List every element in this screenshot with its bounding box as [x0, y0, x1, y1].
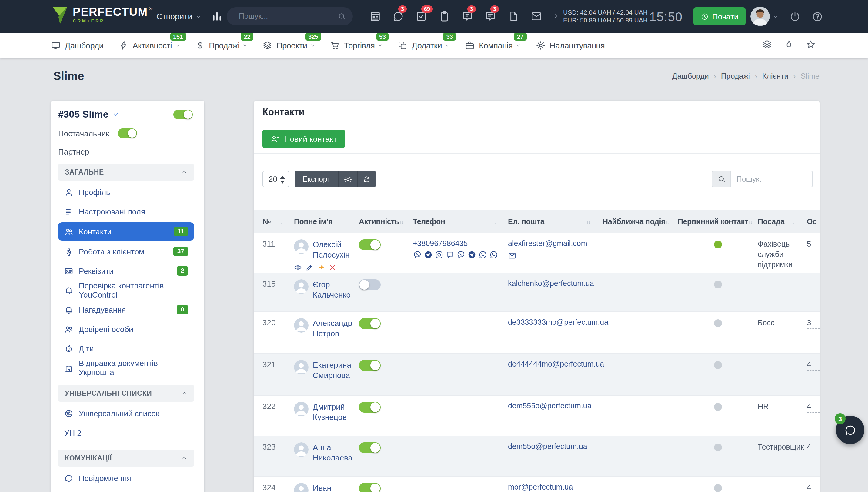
contact-name[interactable]: ЄгорКальченко: [313, 279, 351, 300]
sidebar-section-header[interactable]: ЗАГАЛЬНЕ: [58, 164, 194, 180]
contact-row[interactable]: 324Иванmor@perfectum.ua4: [254, 476, 820, 492]
extra-count[interactable]: 3: [807, 318, 820, 329]
breadcrumb-item[interactable]: Продажі: [721, 72, 750, 80]
column-header[interactable]: Первинний контакт↑↓: [678, 217, 758, 226]
new-contact-button[interactable]: Новий контакт: [262, 130, 344, 148]
contact-name[interactable]: ЕкатеринаСмирнова: [313, 360, 351, 380]
sidebar-section-header[interactable]: УНІВЕРСАЛЬНІ СПИСКИ: [58, 385, 194, 402]
chevron-down-icon[interactable]: [113, 112, 119, 118]
sidebar-item-requisites[interactable]: Реквізити2: [58, 261, 194, 280]
active-toggle[interactable]: [359, 402, 381, 413]
contact-email[interactable]: dem555o@perfectum.ua: [508, 402, 603, 410]
sidebar-item-un-2[interactable]: УН 2: [58, 423, 194, 442]
share-contact-button[interactable]: [317, 264, 325, 273]
active-toggle[interactable]: [359, 483, 381, 492]
column-header[interactable]: Ос: [807, 217, 820, 226]
messenger-telegram-button[interactable]: [424, 250, 433, 261]
contact-email[interactable]: de444444mo@perfectum.ua: [508, 360, 603, 368]
newspaper-button[interactable]: [369, 10, 381, 22]
view-contact-button[interactable]: [294, 264, 302, 273]
support-chat-button[interactable]: 3: [836, 416, 864, 444]
client-active-toggle[interactable]: [173, 110, 193, 119]
logout-power-icon[interactable]: [789, 10, 801, 22]
supplier-toggle[interactable]: [118, 128, 137, 138]
extra-count[interactable]: 5: [807, 239, 820, 250]
messenger-telegram-button[interactable]: [467, 250, 477, 261]
messenger-viber-button[interactable]: [456, 250, 465, 261]
breadcrumb-item[interactable]: Дашборди: [672, 72, 709, 80]
contact-row[interactable]: 322ДмитрийКузнецовdem555o@perfectum.uaHR…: [254, 395, 820, 436]
extra-count[interactable]: 4: [807, 483, 820, 492]
extra-count[interactable]: 4: [807, 442, 820, 453]
column-header[interactable]: Телефон↑↓: [413, 217, 508, 226]
extra-count[interactable]: 4: [807, 360, 820, 371]
contact-email[interactable]: de3333333mo@perfectum.ua: [508, 318, 603, 326]
nav-item-dashboards[interactable]: Дашборди: [51, 41, 104, 50]
sidebar-item-universal-list[interactable]: Універсальний список: [58, 403, 194, 423]
help-icon[interactable]: [812, 10, 823, 22]
messenger-sms-button[interactable]: [445, 250, 455, 261]
contact-name[interactable]: ОлексійПолосухін: [313, 239, 350, 260]
reports-chart-icon[interactable]: [212, 11, 222, 22]
messenger-viber-button[interactable]: [413, 250, 422, 261]
nav-flame-button[interactable]: [784, 39, 794, 52]
sidebar-section-header[interactable]: КОМУНІКАЦІЇ: [58, 449, 194, 467]
sidebar-item-children[interactable]: Діти: [58, 339, 194, 358]
messenger-whatsapp-button[interactable]: [489, 250, 498, 261]
sidebar-item-client-work[interactable]: Робота з клієнтом37: [58, 242, 194, 261]
user-menu[interactable]: [750, 7, 778, 26]
create-button[interactable]: Створити: [156, 0, 201, 33]
extra-count[interactable]: 4: [807, 402, 820, 413]
sidebar-item-reminders[interactable]: Нагадування0: [58, 300, 194, 319]
sidebar-item-trustees[interactable]: Довірені особи: [58, 319, 194, 339]
delete-contact-button[interactable]: [329, 264, 336, 273]
table-search-input[interactable]: [730, 171, 813, 187]
nav-item-projects[interactable]: Проекти325: [262, 41, 315, 50]
column-header[interactable]: Активність↑↓: [359, 217, 413, 226]
start-timer-button[interactable]: Почати: [694, 7, 746, 25]
nav-item-settings[interactable]: Налаштування: [535, 41, 605, 50]
contact-row[interactable]: 315ЄгорКальченкоkalchenko@perfectum.ua: [254, 273, 820, 312]
contact-name[interactable]: Иван: [313, 483, 331, 492]
contact-phone[interactable]: +380967986435: [413, 239, 508, 248]
nav-item-sales[interactable]: Продажі22: [195, 41, 247, 50]
contact-row[interactable]: 320АлександрПетровde3333333mo@perfectum.…: [254, 312, 820, 353]
breadcrumb-item[interactable]: Клієнти: [762, 72, 789, 80]
client-title[interactable]: #305 Slime: [58, 109, 108, 120]
active-toggle[interactable]: [359, 442, 381, 453]
sidebar-item-messages[interactable]: Повідомлення: [58, 468, 194, 488]
edit-contact-button[interactable]: [306, 264, 313, 273]
contact-name[interactable]: ДмитрийКузнецов: [313, 402, 347, 422]
page-size-select[interactable]: 20: [262, 171, 289, 187]
active-toggle[interactable]: [359, 239, 381, 250]
contact-row[interactable]: 323АннаНиколаеваdem55o@perfectum.uaТести…: [254, 436, 820, 476]
mail-button[interactable]: [530, 10, 542, 22]
table-refresh-button[interactable]: [358, 171, 376, 187]
logo[interactable]: PERFECTUM® CRM+ERP: [52, 5, 152, 25]
messenger-instagram-button[interactable]: [435, 250, 444, 261]
export-button[interactable]: Експорт: [295, 171, 339, 187]
contact-email[interactable]: alexfirester@gmail.com: [508, 239, 603, 248]
global-search-input[interactable]: [238, 11, 338, 21]
send-email-button[interactable]: [508, 251, 517, 260]
clipboard-button[interactable]: [438, 10, 450, 22]
column-header[interactable]: Ел. пошта↑↓: [508, 217, 603, 226]
document-button[interactable]: [507, 10, 520, 22]
table-settings-button[interactable]: [339, 171, 358, 187]
sidebar-item-viber-number[interactable]: Номерний Viber0: [58, 488, 194, 492]
chat-lines-button[interactable]: 3: [484, 10, 497, 22]
active-toggle[interactable]: [359, 360, 381, 371]
nav-item-addons[interactable]: Додатки33: [398, 41, 450, 50]
sidebar-item-youcontrol[interactable]: Перевірка контрагентів YouControl: [58, 280, 194, 300]
column-header[interactable]: №↑↓: [262, 217, 294, 226]
sidebar-item-contacts[interactable]: Контакти11: [58, 222, 194, 241]
nav-item-activities[interactable]: Активності151: [119, 41, 180, 50]
table-search-button[interactable]: [712, 171, 730, 187]
nav-layers-button[interactable]: [762, 39, 772, 52]
contact-name[interactable]: АннаНиколаева: [313, 442, 353, 463]
column-header[interactable]: Найближча подія↑↓: [603, 217, 678, 226]
contact-email[interactable]: dem55o@perfectum.ua: [508, 442, 603, 451]
column-header[interactable]: Повне ім’я↑↓: [294, 217, 359, 226]
task-check-button[interactable]: 69: [415, 10, 427, 22]
active-toggle[interactable]: [359, 279, 381, 290]
